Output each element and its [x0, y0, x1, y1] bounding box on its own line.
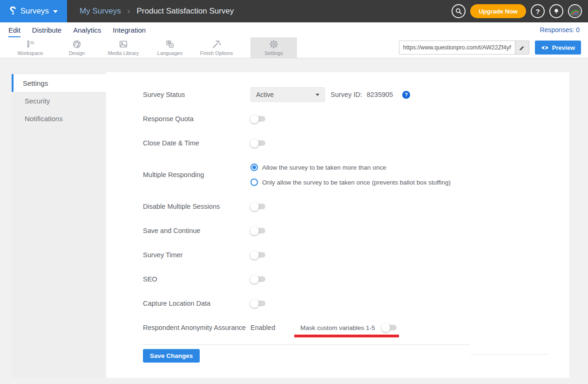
breadcrumb-my-surveys[interactable]: My Surveys	[80, 7, 121, 16]
row-multiple-responding: Multiple Responding Allow the survey to …	[143, 160, 569, 190]
content-area: Settings Security Notifications Survey S…	[0, 58, 588, 378]
survey-id-value: 8235905	[367, 91, 393, 98]
nav-tab-integration[interactable]: Integration	[113, 22, 146, 37]
breadcrumb-survey-title: Product Satisfaction Survey	[136, 7, 234, 16]
close-date-time-label: Close Date & Time	[143, 139, 250, 147]
survey-status-label: Survey Status	[143, 91, 250, 98]
survey-url-box	[399, 41, 529, 55]
translate-icon: A	[165, 39, 175, 49]
help-icon: ?	[535, 7, 540, 15]
capture-location-data-toggle[interactable]	[250, 301, 265, 306]
row-save-and-continue: Save and Continue	[143, 223, 569, 238]
bell-icon	[553, 7, 560, 15]
tab-languages[interactable]: A Languages	[147, 37, 193, 58]
sidebar-item-notifications[interactable]: Notifications	[12, 110, 106, 127]
mask-custom-variables-label: Mask custom variables 1-5	[300, 324, 382, 331]
search-button[interactable]	[452, 4, 466, 18]
product-name: Surveys	[20, 7, 49, 16]
close-date-time-toggle[interactable]	[250, 140, 265, 146]
survey-timer-label: Survey Timer	[143, 251, 250, 259]
top-bar: ? Surveys My Surveys › Product Satisfact…	[0, 0, 588, 22]
capture-location-data-label: Capture Location Data	[143, 300, 250, 307]
breadcrumb: My Surveys › Product Satisfaction Survey	[80, 0, 234, 22]
palette-icon	[72, 39, 82, 49]
save-and-continue-toggle[interactable]	[250, 228, 265, 233]
nav-tab-analytics[interactable]: Analytics	[73, 22, 101, 37]
seo-label: SEO	[143, 275, 250, 283]
survey-timer-toggle[interactable]	[250, 252, 265, 258]
questionpro-logo-icon: ?	[9, 5, 16, 16]
disable-multiple-sessions-toggle[interactable]	[250, 204, 265, 209]
row-respondent-anonymity: Respondent Anonymity Assurance Enabled M…	[143, 320, 569, 335]
responses-count: Responses: 0	[540, 26, 580, 34]
row-survey-timer: Survey Timer	[143, 247, 569, 262]
row-close-date-time: Close Date & Time	[143, 136, 569, 151]
row-survey-status: Survey Status Active Survey ID: 8235905 …	[143, 87, 569, 102]
tab-finish-options[interactable]: Finish Options	[193, 37, 240, 58]
settings-sidebar: Settings Security Notifications	[12, 72, 106, 378]
survey-status-value: Active	[256, 91, 274, 98]
edit-toolbar: Workspace Design Media Library	[0, 37, 588, 58]
svg-text:A: A	[170, 44, 172, 47]
sidebar-item-settings[interactable]: Settings	[12, 74, 106, 92]
eye-icon	[541, 45, 549, 50]
magic-wand-icon	[211, 39, 222, 49]
avatar[interactable]	[568, 4, 582, 18]
save-changes-button[interactable]: Save Changes	[143, 349, 200, 363]
settings-form: Survey Status Active Survey ID: 8235905 …	[106, 72, 569, 378]
form-divider	[143, 344, 470, 345]
tab-workspace[interactable]: Workspace	[7, 37, 54, 58]
nav-tab-distribute[interactable]: Distribute	[32, 22, 61, 37]
product-switcher[interactable]: ? Surveys	[0, 0, 67, 22]
survey-status-select[interactable]: Active	[250, 87, 325, 102]
disable-multiple-sessions-label: Disable Multiple Sessions	[143, 203, 250, 210]
survey-id-label: Survey ID:	[331, 91, 362, 98]
row-response-quota: Response Quota	[143, 111, 569, 126]
row-seo: SEO	[143, 272, 569, 287]
response-quota-toggle[interactable]	[250, 116, 265, 122]
avatar-image	[569, 5, 581, 17]
breadcrumb-separator: ›	[128, 7, 130, 16]
gear-icon	[269, 39, 279, 49]
respondent-anonymity-label: Respondent Anonymity Assurance	[143, 324, 250, 331]
radio-selected-icon[interactable]	[250, 164, 258, 171]
help-button[interactable]: ?	[531, 4, 545, 18]
workspace-icon	[25, 39, 35, 49]
survey-url-input[interactable]	[399, 41, 515, 54]
row-disable-multiple-sessions: Disable Multiple Sessions	[143, 199, 569, 214]
radio-unselected-icon[interactable]	[250, 178, 258, 186]
radio-option-multiple[interactable]: Allow the survey to be taken more than o…	[250, 160, 451, 175]
section-nav: Edit Distribute Analytics Integration Re…	[0, 22, 588, 37]
tab-settings[interactable]: Settings	[250, 37, 297, 58]
form-divider-step	[470, 354, 549, 355]
tab-media-library[interactable]: Media Library	[100, 37, 147, 58]
response-quota-label: Response Quota	[143, 115, 250, 123]
sidebar-item-security[interactable]: Security	[12, 92, 106, 110]
multiple-responding-options: Allow the survey to be taken more than o…	[250, 160, 451, 190]
anonymity-status: Enabled	[250, 324, 300, 331]
topbar-actions: Upgrade Now ?	[452, 0, 588, 22]
multiple-responding-label: Multiple Responding	[143, 171, 250, 178]
red-highlight-underline	[294, 335, 399, 337]
nav-tab-edit[interactable]: Edit	[8, 22, 20, 37]
edit-url-button[interactable]	[515, 41, 529, 54]
mask-custom-variables-toggle[interactable]	[382, 325, 397, 330]
image-icon	[118, 39, 128, 49]
notifications-button[interactable]	[549, 4, 563, 18]
chevron-down-icon	[316, 94, 319, 96]
tab-design[interactable]: Design	[54, 37, 100, 58]
upgrade-now-button[interactable]: Upgrade Now	[470, 4, 526, 18]
save-and-continue-label: Save and Continue	[143, 227, 250, 234]
pencil-icon	[519, 44, 525, 51]
radio-option-once[interactable]: Only allow the survey to be taken once (…	[250, 175, 451, 190]
seo-toggle[interactable]	[250, 276, 265, 282]
search-icon	[455, 7, 462, 15]
survey-id-help-icon[interactable]: ?	[402, 91, 410, 99]
chevron-down-icon	[53, 10, 58, 13]
preview-button[interactable]: Preview	[535, 41, 581, 55]
settings-card: Settings Security Notifications Survey S…	[12, 72, 569, 378]
row-capture-location-data: Capture Location Data	[143, 296, 569, 311]
